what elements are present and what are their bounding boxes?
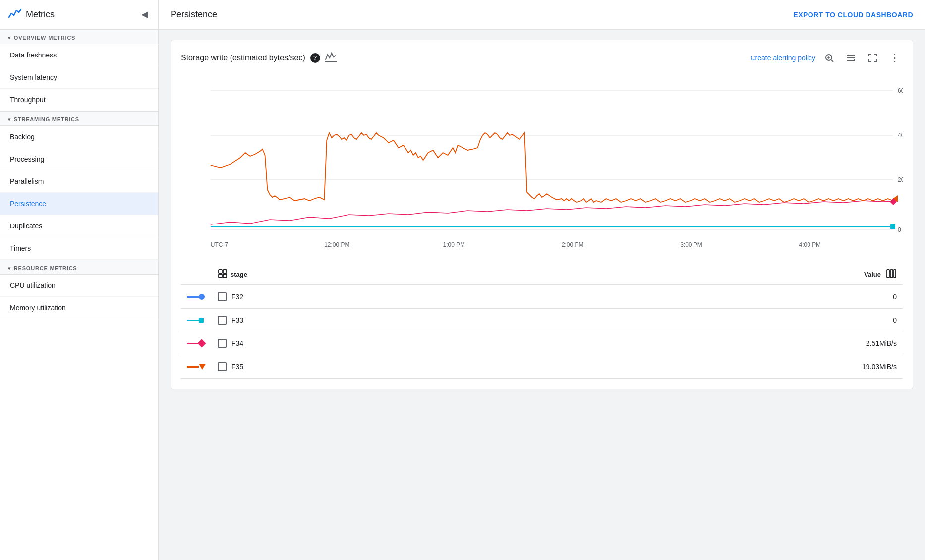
sidebar-item-parallelism[interactable]: Parallelism bbox=[0, 170, 158, 193]
chart-actions: Create alerting policy ⋮ bbox=[750, 50, 903, 66]
section-header-overview: ▾ OVERVIEW METRICS bbox=[0, 29, 158, 44]
value-cell: 2.51MiB/s bbox=[538, 332, 903, 355]
svg-rect-29 bbox=[223, 270, 227, 273]
svg-rect-31 bbox=[223, 274, 227, 278]
more-options-button[interactable]: ⋮ bbox=[887, 50, 903, 66]
chart-header: Storage write (estimated bytes/sec) ? Cr… bbox=[181, 50, 903, 66]
stage-grid-icon bbox=[218, 269, 228, 280]
stage-cell: F33 bbox=[212, 309, 538, 332]
sidebar: Metrics ◀ ▾ OVERVIEW METRICS Data freshn… bbox=[0, 0, 159, 560]
row-checkbox[interactable] bbox=[218, 292, 227, 301]
svg-text:2:00 PM: 2:00 PM bbox=[562, 241, 584, 248]
svg-text:0: 0 bbox=[898, 226, 901, 233]
chevron-down-icon-streaming: ▾ bbox=[8, 117, 11, 122]
content-area: Storage write (estimated bytes/sec) ? Cr… bbox=[159, 30, 925, 560]
columns-view-icon[interactable] bbox=[886, 268, 897, 280]
sidebar-collapse-button[interactable]: ◀ bbox=[139, 7, 150, 22]
main-content: Persistence EXPORT TO CLOUD DASHBOARD St… bbox=[159, 0, 925, 560]
svg-text:20MiB/s: 20MiB/s bbox=[898, 176, 903, 183]
top-bar: Persistence EXPORT TO CLOUD DASHBOARD bbox=[159, 0, 925, 30]
app-logo: Metrics bbox=[8, 7, 55, 21]
row-checkbox[interactable] bbox=[218, 339, 227, 348]
table-row: F34 2.51MiB/s bbox=[181, 332, 903, 355]
chart-card: Storage write (estimated bytes/sec) ? Cr… bbox=[171, 40, 913, 389]
value-cell: 0 bbox=[538, 285, 903, 309]
section-header-resource: ▾ RESOURCE METRICS bbox=[0, 260, 158, 275]
table-header-checkbox-col bbox=[181, 264, 212, 285]
row-checkbox[interactable] bbox=[218, 362, 227, 371]
svg-line-2 bbox=[831, 60, 833, 62]
section-header-streaming: ▾ STREAMING METRICS bbox=[0, 111, 158, 126]
row-indicator-cell bbox=[181, 285, 212, 309]
row-indicator-cell bbox=[181, 355, 212, 379]
compare-icon-button[interactable] bbox=[843, 50, 859, 66]
sidebar-item-processing[interactable]: Processing bbox=[0, 148, 158, 170]
f33-indicator bbox=[187, 318, 204, 323]
svg-rect-27 bbox=[890, 224, 895, 229]
metrics-logo-icon bbox=[8, 7, 22, 21]
svg-rect-30 bbox=[219, 274, 222, 278]
chart-container: 60MiB/s 40MiB/s 20MiB/s 0 UTC-7 12:00 PM… bbox=[181, 76, 903, 254]
sidebar-item-data-freshness[interactable]: Data freshness bbox=[0, 44, 158, 66]
chevron-down-icon: ▾ bbox=[8, 35, 11, 41]
table-row: F35 19.03MiB/s bbox=[181, 355, 903, 379]
fullscreen-icon-button[interactable] bbox=[865, 50, 881, 66]
sidebar-item-timers[interactable]: Timers bbox=[0, 237, 158, 260]
row-checkbox[interactable] bbox=[218, 316, 227, 325]
svg-rect-33 bbox=[890, 270, 893, 278]
sidebar-item-throughput[interactable]: Throughput bbox=[0, 89, 158, 111]
export-button[interactable]: EXPORT TO CLOUD DASHBOARD bbox=[793, 11, 913, 19]
sidebar-item-persistence[interactable]: Persistence bbox=[0, 193, 158, 215]
row-indicator-cell bbox=[181, 332, 212, 355]
create-alerting-policy-link[interactable]: Create alerting policy bbox=[750, 54, 815, 62]
svg-text:12:00 PM: 12:00 PM bbox=[324, 241, 349, 248]
f35-indicator bbox=[187, 364, 206, 370]
svg-rect-28 bbox=[219, 270, 222, 273]
f34-indicator bbox=[187, 340, 205, 346]
value-cell: 19.03MiB/s bbox=[538, 355, 903, 379]
svg-text:40MiB/s: 40MiB/s bbox=[898, 132, 903, 139]
svg-text:60MiB/s: 60MiB/s bbox=[898, 87, 903, 94]
table-header-stage: stage bbox=[212, 264, 538, 285]
search-icon-button[interactable] bbox=[821, 50, 837, 66]
page-title: Persistence bbox=[171, 9, 217, 20]
sidebar-item-duplicates[interactable]: Duplicates bbox=[0, 215, 158, 237]
svg-text:3:00 PM: 3:00 PM bbox=[680, 241, 702, 248]
app-title: Metrics bbox=[26, 9, 55, 20]
chart-svg: 60MiB/s 40MiB/s 20MiB/s 0 UTC-7 12:00 PM… bbox=[181, 76, 903, 254]
sidebar-item-memory-utilization[interactable]: Memory utilization bbox=[0, 297, 158, 319]
chevron-down-icon-resource: ▾ bbox=[8, 266, 11, 271]
table-header-value: Value bbox=[538, 264, 903, 285]
svg-rect-34 bbox=[894, 270, 896, 278]
stage-cell: F35 bbox=[212, 355, 538, 379]
sidebar-item-backlog[interactable]: Backlog bbox=[0, 126, 158, 148]
stage-cell: F34 bbox=[212, 332, 538, 355]
data-table: stage Value bbox=[181, 264, 903, 379]
svg-text:UTC-7: UTC-7 bbox=[211, 241, 229, 248]
sidebar-item-system-latency[interactable]: System latency bbox=[0, 66, 158, 89]
svg-text:1:00 PM: 1:00 PM bbox=[443, 241, 465, 248]
sidebar-item-cpu-utilization[interactable]: CPU utilization bbox=[0, 275, 158, 297]
chart-title: Storage write (estimated bytes/sec) bbox=[181, 54, 305, 62]
row-indicator-cell bbox=[181, 309, 212, 332]
metrics-wave-icon[interactable] bbox=[325, 52, 337, 64]
stage-cell: F32 bbox=[212, 285, 538, 309]
svg-text:4:00 PM: 4:00 PM bbox=[799, 241, 821, 248]
value-cell: 0 bbox=[538, 309, 903, 332]
table-row: F32 0 bbox=[181, 285, 903, 309]
table-row: F33 0 bbox=[181, 309, 903, 332]
help-icon[interactable]: ? bbox=[310, 53, 320, 63]
svg-rect-32 bbox=[887, 270, 889, 278]
f32-indicator bbox=[187, 294, 205, 300]
sidebar-header: Metrics ◀ bbox=[0, 0, 158, 29]
